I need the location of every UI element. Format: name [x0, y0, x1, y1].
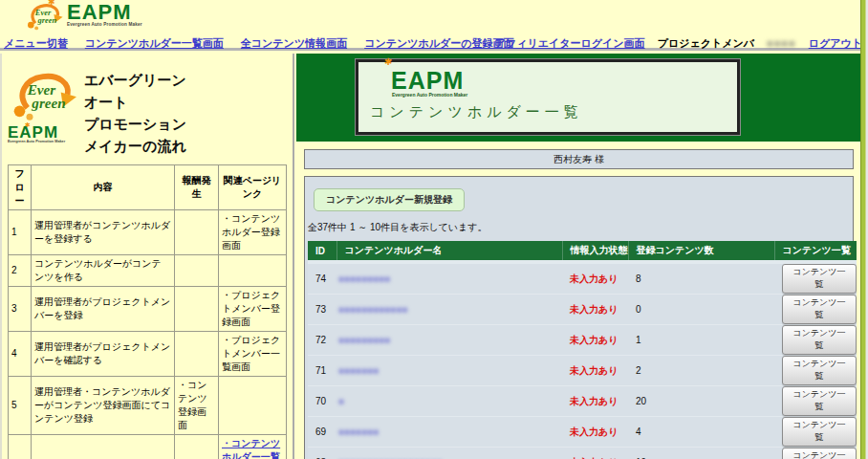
- holder-status-cell: 未入力あり: [562, 448, 628, 459]
- banner-band: EAPM✱ Evergreen Auto Promotion Maker コンテ…: [296, 54, 860, 142]
- sidebar-frame: Ever green EAPM✱ Evergreen Auto Promotio…: [0, 54, 294, 459]
- sidebar-title-line: オート: [84, 91, 186, 113]
- flow-content-cell: 運用管理者がコンテンツホルダーを登録する: [32, 210, 175, 255]
- holder-name-cell: ●●●●●●●●●●●●●●●●●●: [336, 448, 562, 459]
- evergreen-swirl-icon: Ever green: [10, 69, 76, 126]
- holder-contents-count-cell: 1: [628, 325, 774, 356]
- holder-list-cell: コンテンツ一覧: [774, 386, 857, 417]
- banner-box: EAPM✱ Evergreen Auto Promotion Maker コンテ…: [356, 59, 740, 135]
- holders-table: IDコンテンツホルダー名情報入力状態登録コンテンツ数コンテンツ一覧 74●●●●…: [308, 241, 857, 459]
- contents-list-button[interactable]: コンテンツ一覧: [782, 264, 857, 294]
- holder-name-link-redacted[interactable]: ●●●●●●●●●: [338, 273, 390, 284]
- sidebar-title-line: エバーグリーン: [84, 69, 186, 91]
- eapm-brand-text: EAPM: [8, 123, 58, 142]
- contents-list-button[interactable]: コンテンツ一覧: [782, 295, 857, 324]
- flow-links-cell: ・コンテンツホルダー登録画面: [219, 210, 287, 255]
- affiliate-login-link[interactable]: アフィリエイターログイン画面: [495, 37, 645, 49]
- user-name-bar: 西村友寿 様: [304, 149, 854, 169]
- gear-icon: ✱: [384, 57, 392, 67]
- flow-page-link[interactable]: ・コンテンツホルダー一覧画面: [222, 437, 283, 459]
- holder-name-link-redacted[interactable]: ●: [338, 396, 344, 406]
- flow-row: 2コンテンツホルダーがコンテンツを作る: [9, 255, 287, 287]
- holder-name-cell: ●●●●●●●●●: [336, 325, 562, 356]
- contents-list-button[interactable]: コンテンツ一覧: [782, 356, 857, 385]
- holder-contents-count-cell: 19: [628, 448, 774, 459]
- holder-id-cell: 69: [308, 417, 336, 448]
- content-panel: コンテンツホルダー新規登録 全37件中 1 ～ 10件目を表示しています。 ID…: [304, 176, 854, 459]
- flow-number-cell: 6: [9, 435, 32, 459]
- main-frame: EAPM✱ Evergreen Auto Promotion Maker コンテ…: [296, 54, 860, 459]
- holders-col-header: 情報入力状態: [562, 241, 628, 262]
- holder-row: 73●●●●●●●●●●●●未入力あり0コンテンツ一覧: [308, 295, 857, 325]
- eapm-logotype: EAPM✱ Evergreen Auto Promotion Maker: [67, 2, 142, 28]
- holder-id-cell: 68: [308, 448, 336, 459]
- flow-col-header: 報酬発生: [175, 165, 219, 210]
- sidebar-header: Ever green EAPM✱ Evergreen Auto Promotio…: [2, 54, 293, 161]
- holder-name-link-redacted[interactable]: ●●●●●●●: [338, 365, 379, 376]
- flow-table: フロー内容報酬発生関連ページリンク 1運用管理者がコンテンツホルダーを登録する・…: [8, 164, 287, 459]
- flow-reward-cell: [175, 210, 219, 255]
- holder-list-cell: コンテンツ一覧: [774, 325, 857, 356]
- holder-name-cell: ●●●●●●●: [336, 417, 562, 448]
- flow-content-cell: コンテンツホルダーがコンテンツを作る: [32, 255, 175, 287]
- logout-link[interactable]: ログアウト: [809, 37, 862, 49]
- flow-links-cell: ・プロジェクトメンバー一覧画面: [219, 332, 287, 377]
- holder-row: 72●●●●●●●●●未入力あり1コンテンツ一覧: [308, 325, 857, 356]
- flow-col-header: 関連ページリンク: [219, 165, 287, 210]
- flow-reward-cell: [175, 255, 219, 287]
- flow-reward-cell: [175, 287, 219, 332]
- holder-name-link-redacted[interactable]: ●●●●●●●●●●●●: [338, 304, 407, 315]
- holder-name-link-redacted[interactable]: ●●●●●●●: [338, 426, 379, 437]
- holder-name-link-redacted[interactable]: ●●●●●●●●●: [338, 335, 390, 345]
- flow-row: 5運用管理者・コンテンツホルダーがコンテンツ登録画面にてコンテンツ登録・コンテン…: [9, 377, 287, 435]
- flow-row: 6運用管理者・プロジェクトメンバー・コンテンツホルダーがコンテンツにバナー・紹介…: [9, 435, 287, 459]
- top-nav-link[interactable]: メニュー切替: [4, 37, 68, 49]
- holders-col-header: 登録コンテンツ数: [628, 241, 774, 262]
- eapm-header-logo: Ever green EAPM✱ Evergreen Auto Promotio…: [25, 2, 142, 34]
- flow-number-cell: 4: [9, 332, 32, 377]
- flow-content-cell: 運用管理者・コンテンツホルダーがコンテンツ登録画面にてコンテンツ登録: [32, 377, 175, 435]
- holder-name-cell: ●●●●●●●: [336, 356, 562, 386]
- holder-list-cell: コンテンツ一覧: [774, 448, 857, 459]
- flow-reward-cell: [175, 332, 219, 377]
- holder-status-cell: 未入力あり: [562, 356, 628, 386]
- flow-page-text: ・プロジェクトメンバー登録画面: [222, 289, 283, 329]
- top-right-links: アフィリエイターログイン画面 プロジェクトメンバ ●●●● ログアウト: [486, 36, 862, 51]
- holder-status-cell: 未入力あり: [562, 386, 628, 417]
- flow-row: 1運用管理者がコンテンツホルダーを登録する・コンテンツホルダー登録画面: [9, 210, 287, 255]
- contents-list-button[interactable]: コンテンツ一覧: [782, 417, 857, 447]
- status-label: 未入力あり: [570, 396, 618, 406]
- flow-links-cell: ・コンテンツホルダー一覧画面・コンテンツ一覧選択⇒バナー一覧画面⇒紹介文一覧画面: [219, 435, 287, 459]
- top-nav-link[interactable]: 全コンテンツ情報画面: [241, 37, 347, 49]
- holder-name-cell: ●●●●●●●●●: [336, 262, 562, 295]
- holder-row: 71●●●●●●●未入力あり2コンテンツ一覧: [308, 356, 857, 386]
- contents-list-button[interactable]: コンテンツ一覧: [782, 386, 857, 416]
- top-frame: Ever green EAPM✱ Evergreen Auto Promotio…: [0, 0, 868, 51]
- flow-number-cell: 1: [9, 210, 32, 255]
- flow-reward-cell: [175, 435, 219, 459]
- holder-contents-count-cell: 2: [628, 356, 774, 386]
- contents-list-button[interactable]: コンテンツ一覧: [782, 448, 857, 459]
- status-label: 未入力あり: [570, 426, 618, 437]
- contents-list-button[interactable]: コンテンツ一覧: [782, 325, 857, 355]
- status-label: 未入力あり: [570, 365, 618, 376]
- flow-links-cell: [219, 255, 287, 287]
- holder-id-cell: 73: [308, 295, 336, 325]
- holder-name-cell: ●●●●●●●●●●●●: [336, 295, 562, 325]
- holder-row: 70●未入力あり20コンテンツ一覧: [308, 386, 857, 417]
- svg-text:green: green: [36, 15, 56, 25]
- holder-list-cell: コンテンツ一覧: [774, 356, 857, 386]
- svg-text:green: green: [31, 95, 65, 111]
- holder-status-cell: 未入力あり: [562, 417, 628, 448]
- holder-id-cell: 71: [308, 356, 336, 386]
- holder-contents-count-cell: 20: [628, 386, 774, 417]
- top-nav-link[interactable]: コンテンツホルダー一覧画面: [85, 37, 224, 49]
- project-member-name-redacted: ●●●●: [767, 37, 796, 49]
- flow-col-header: フロー: [9, 165, 32, 210]
- holder-id-cell: 70: [308, 386, 336, 417]
- flow-content-cell: 運用管理者・プロジェクトメンバー・コンテンツホルダーがコンテンツにバナー・紹介文…: [32, 435, 175, 459]
- new-holder-register-button[interactable]: コンテンツホルダー新規登録: [314, 188, 465, 211]
- holder-row: 68●●●●●●●●●●●●●●●●●●未入力あり19コンテンツ一覧: [308, 448, 857, 459]
- holder-contents-count-cell: 8: [628, 262, 774, 295]
- gear-icon: ✱: [48, 0, 55, 7]
